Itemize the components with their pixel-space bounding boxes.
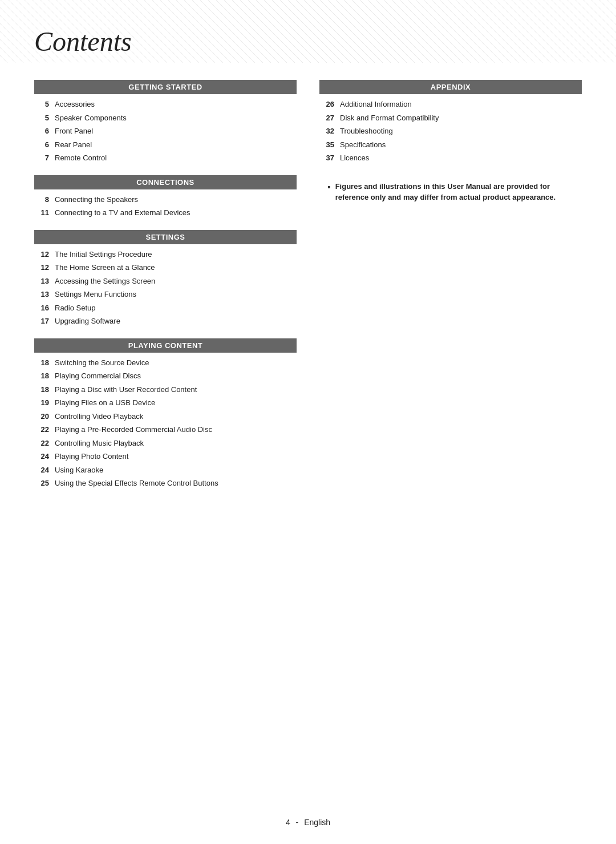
- toc-entry: 22 Playing a Pre-Recorded Commercial Aud…: [34, 424, 297, 435]
- toc-entry: 35 Specifications: [319, 139, 582, 151]
- section-settings: SETTINGS 12 The Initial Settings Procedu…: [34, 230, 297, 327]
- footer: 4 - English: [0, 818, 616, 827]
- toc-entry: 7 Remote Control: [34, 152, 297, 164]
- toc-entry: 11 Connecting to a TV and External Devic…: [34, 207, 297, 219]
- toc-entry: 18 Switching the Source Device: [34, 357, 297, 369]
- note-bold-text: Figures and illustrations in this User M…: [335, 182, 556, 202]
- toc-entry: 12 The Home Screen at a Glance: [34, 262, 297, 273]
- toc-entry: 13 Accessing the Settings Screen: [34, 276, 297, 287]
- main-content: GETTING STARTED 5 Accessories 5 Speaker …: [0, 63, 616, 535]
- toc-entry: 17 Upgrading Software: [34, 316, 297, 327]
- toc-entry: 32 Troubleshooting: [319, 126, 582, 137]
- right-column: APPENDIX 26 Additional Information 27 Di…: [319, 80, 582, 500]
- toc-entry: 24 Using Karaoke: [34, 465, 297, 476]
- toc-entry: 18 Playing a Disc with User Recorded Con…: [34, 384, 297, 395]
- toc-entry: 16 Radio Setup: [34, 302, 297, 314]
- header-pattern: Contents: [0, 0, 616, 63]
- section-header-appendix: APPENDIX: [319, 80, 582, 94]
- section-getting-started: GETTING STARTED 5 Accessories 5 Speaker …: [34, 80, 297, 164]
- toc-entry: 5 Accessories: [34, 99, 297, 110]
- page-title: Contents: [34, 26, 132, 57]
- toc-entry: 19 Playing Files on a USB Device: [34, 397, 297, 409]
- note-box: ▪ Figures and illustrations in this User…: [319, 175, 582, 209]
- toc-entry: 8 Connecting the Speakers: [34, 194, 297, 205]
- toc-entry: 13 Settings Menu Functions: [34, 289, 297, 300]
- toc-entry: 6 Front Panel: [34, 126, 297, 137]
- toc-entry: 25 Using the Special Effects Remote Cont…: [34, 478, 297, 489]
- toc-entry: 27 Disk and Format Compatibility: [319, 112, 582, 124]
- footer-language: English: [304, 818, 330, 827]
- section-playing-content: PLAYING CONTENT 18 Switching the Source …: [34, 338, 297, 489]
- left-column: GETTING STARTED 5 Accessories 5 Speaker …: [34, 80, 297, 500]
- section-header-getting-started: GETTING STARTED: [34, 80, 297, 94]
- toc-entry: 12 The Initial Settings Procedure: [34, 249, 297, 260]
- section-appendix: APPENDIX 26 Additional Information 27 Di…: [319, 80, 582, 164]
- section-connections: CONNECTIONS 8 Connecting the Speakers 11…: [34, 175, 297, 219]
- footer-page-number: 4: [286, 818, 290, 827]
- footer-separator: -: [296, 818, 299, 827]
- toc-entry: 20 Controlling Video Playback: [34, 411, 297, 422]
- note-item: ▪ Figures and illustrations in this User…: [327, 181, 574, 203]
- toc-entry: 5 Speaker Components: [34, 112, 297, 124]
- toc-entry: 26 Additional Information: [319, 99, 582, 110]
- toc-entry: 37 Licences: [319, 152, 582, 164]
- note-bullet-icon: ▪: [327, 181, 331, 193]
- toc-entry: 6 Rear Panel: [34, 139, 297, 151]
- toc-entry: 24 Playing Photo Content: [34, 451, 297, 462]
- note-text: Figures and illustrations in this User M…: [335, 181, 574, 203]
- section-header-connections: CONNECTIONS: [34, 175, 297, 189]
- section-header-playing-content: PLAYING CONTENT: [34, 338, 297, 353]
- toc-entry: 18 Playing Commercial Discs: [34, 370, 297, 382]
- section-header-settings: SETTINGS: [34, 230, 297, 244]
- toc-entry: 22 Controlling Music Playback: [34, 438, 297, 449]
